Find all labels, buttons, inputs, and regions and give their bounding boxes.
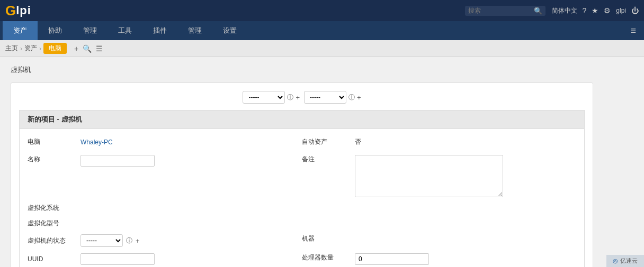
main-nav: 资产 协助 管理 工具 插件 管理 设置 ≡: [0, 21, 644, 40]
search-icon[interactable]: 🔍: [534, 7, 542, 15]
form-row-right-autoasset: 自动资产 否: [302, 137, 576, 146]
form-panel: ----- ⓘ + ----- ⓘ + 新的项目 - 虚拟机 电脑 Whaley: [11, 82, 593, 267]
search-box[interactable]: 🔍: [465, 6, 545, 16]
breadcrumb-home[interactable]: 主页: [5, 44, 18, 53]
vsystem-label: 虚拟化系统: [28, 204, 75, 213]
breadcrumb-actions: + 🔍 ☰: [74, 44, 103, 53]
info-icon-2[interactable]: ⓘ: [348, 93, 355, 102]
form-row-name-notes: 名称 备注: [28, 150, 576, 200]
name-label: 名称: [28, 155, 75, 164]
breadcrumb-assets[interactable]: 资产: [24, 44, 37, 53]
nav-item-tools[interactable]: 工具: [108, 21, 142, 40]
help-icon[interactable]: ?: [583, 6, 587, 15]
form-row-left-name: 名称: [28, 153, 302, 167]
nav-item-admin[interactable]: 管理: [177, 21, 212, 40]
form-body: 电脑 Whaley-PC 自动资产 否 名称 备注: [19, 129, 585, 267]
logo-area: G lpi: [5, 3, 31, 19]
notes-textarea[interactable]: [355, 155, 503, 197]
form-header: 新的项目 - 虚拟机: [19, 110, 585, 129]
power-icon[interactable]: ⏻: [631, 6, 639, 15]
footer: ◎ 亿速云: [606, 255, 644, 267]
status-row: ----- ⓘ +: [80, 234, 140, 247]
form-row-left-computer: 电脑 Whaley-PC: [28, 137, 302, 146]
search-breadcrumb-icon[interactable]: 🔍: [83, 44, 92, 53]
nav-item-plugins[interactable]: 插件: [142, 21, 177, 40]
vstate-info-icon[interactable]: ⓘ: [126, 236, 132, 245]
footer-text: 亿速云: [620, 257, 638, 265]
name-input[interactable]: [80, 155, 155, 167]
plus-icon-1[interactable]: +: [296, 94, 300, 102]
form-row-vtype: 虚拟化型号: [28, 216, 576, 231]
add-icon[interactable]: +: [74, 44, 78, 53]
form-row-left-uuid: UUID: [28, 253, 302, 265]
top-dropdowns: ----- ⓘ + ----- ⓘ +: [19, 91, 585, 104]
form-row-right-processor: 处理器数量: [302, 253, 576, 265]
computer-value-link[interactable]: Whaley-PC: [80, 139, 113, 146]
form-row-vsystem: 虚拟化系统: [28, 200, 576, 216]
auto-asset-label: 自动资产: [302, 137, 350, 146]
vstate-select[interactable]: -----: [80, 234, 123, 247]
top-bar: G lpi 🔍 简体中文 ? ★ ⚙ glpi ⏻: [0, 0, 644, 21]
breadcrumb-sep2: ›: [39, 45, 41, 52]
nav-item-assets[interactable]: 资产: [3, 21, 38, 40]
nav-item-manage[interactable]: 管理: [73, 21, 108, 40]
footer-logo-icon: ◎: [613, 257, 618, 264]
content-area: 虚拟机 ----- ⓘ + ----- ⓘ + 新的项目 - 虚拟机: [0, 57, 644, 267]
uuid-label: UUID: [28, 255, 75, 263]
vtype-label: 虚拟化型号: [28, 219, 75, 228]
list-icon[interactable]: ☰: [96, 44, 103, 53]
logo-g-letter: G: [5, 3, 16, 19]
plus-icon-2[interactable]: +: [357, 94, 361, 102]
top-right-icons: 简体中文 ? ★ ⚙ glpi ⏻: [552, 6, 639, 15]
username-label[interactable]: glpi: [616, 7, 626, 14]
form-row-computer: 电脑 Whaley-PC 自动资产 否: [28, 134, 576, 150]
vstate-plus-icon[interactable]: +: [136, 237, 140, 245]
nav-item-settings[interactable]: 设置: [212, 21, 247, 40]
uuid-input[interactable]: [80, 253, 155, 265]
lang-label[interactable]: 简体中文: [552, 6, 577, 15]
form-row-vstate-machine: 虚拟机的状态 ----- ⓘ + 机器: [28, 231, 576, 250]
breadcrumb-sep1: ›: [20, 45, 22, 52]
breadcrumb: 主页 › 资产 › 电脑 + 🔍 ☰: [0, 40, 644, 57]
form-row-uuid-processor: UUID 处理器数量: [28, 250, 576, 267]
auto-asset-value: 否: [355, 137, 361, 146]
vstate-label: 虚拟机的状态: [28, 236, 75, 245]
dropdown-select-1[interactable]: -----: [243, 91, 285, 104]
form-row-left-vstate: 虚拟机的状态 ----- ⓘ +: [28, 234, 302, 247]
machine-label: 机器: [302, 234, 350, 243]
settings-icon[interactable]: ⚙: [604, 6, 611, 15]
dropdown-select-2[interactable]: -----: [304, 91, 346, 104]
top-right: 🔍 简体中文 ? ★ ⚙ glpi ⏻: [465, 6, 639, 16]
breadcrumb-current[interactable]: 电脑: [43, 43, 67, 54]
processor-input[interactable]: [355, 253, 429, 265]
form-row-right-machine: 机器: [302, 234, 576, 243]
computer-label: 电脑: [28, 137, 75, 146]
processor-label: 处理器数量: [302, 253, 350, 262]
search-input[interactable]: [468, 7, 532, 14]
hamburger-icon[interactable]: ≡: [625, 25, 641, 36]
form-row-left-vsystem: 虚拟化系统: [28, 204, 302, 213]
section-title: 虚拟机: [11, 65, 633, 75]
form-row-left-vtype: 虚拟化型号: [28, 219, 302, 228]
dropdown-group-1: ----- ⓘ +: [243, 91, 300, 104]
form-row-right-notes: 备注: [302, 153, 576, 197]
logo-rest: lpi: [16, 4, 31, 17]
star-icon[interactable]: ★: [592, 6, 598, 15]
info-icon-1[interactable]: ⓘ: [287, 93, 293, 102]
dropdown-group-2: ----- ⓘ +: [304, 91, 361, 104]
nav-item-assist[interactable]: 协助: [38, 21, 73, 40]
notes-label: 备注: [302, 155, 350, 164]
